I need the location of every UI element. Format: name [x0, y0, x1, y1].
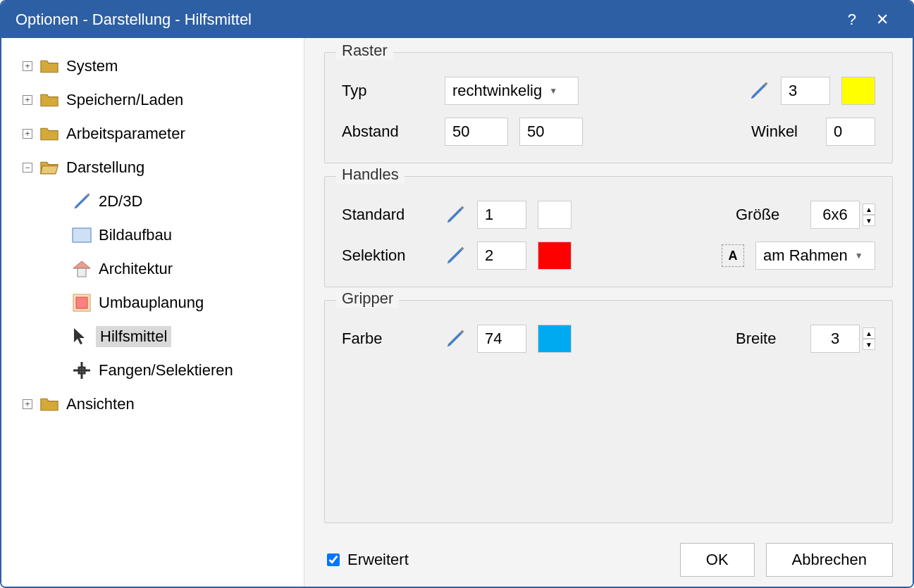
label-standard: Standard	[342, 206, 433, 224]
folder-icon	[39, 396, 59, 412]
combo-value: am Rahmen	[763, 246, 848, 265]
folder-icon	[39, 126, 59, 142]
tree-label: Darstellung	[66, 158, 144, 177]
cursor-icon	[72, 327, 89, 346]
dialog-footer: Erweitert OK Abbrechen	[324, 536, 893, 577]
color-swatch-selektion[interactable]	[538, 242, 572, 270]
abbrechen-button[interactable]: Abbrechen	[766, 543, 893, 577]
pencil-icon	[445, 245, 466, 266]
pencil-icon	[445, 328, 466, 349]
spinner-up[interactable]: ▲	[863, 327, 875, 339]
input-abstand-y[interactable]	[519, 118, 583, 146]
spinner-down[interactable]: ▼	[863, 215, 875, 226]
input-selektion[interactable]	[477, 242, 526, 270]
folder-open-icon	[39, 160, 59, 175]
tree-node-architektur[interactable]: Architektur	[72, 252, 298, 286]
plan-icon	[72, 293, 92, 313]
label-typ: Typ	[342, 82, 433, 100]
tree-label: Fangen/Selektieren	[99, 361, 233, 380]
input-gripper-breite[interactable]	[810, 325, 860, 353]
combo-value: rechtwinkelig	[452, 82, 542, 100]
tree-label: Architektur	[99, 260, 173, 278]
category-tree: + System + Speichern/Laden + Arbeitspara…	[1, 38, 304, 587]
color-swatch-raster[interactable]	[841, 77, 875, 105]
input-gripper-farbe[interactable]	[477, 325, 526, 353]
checkbox-label: Erweitert	[347, 551, 409, 569]
ok-button[interactable]: OK	[680, 543, 755, 577]
tree-label: Bildaufbau	[99, 226, 172, 244]
tree-node-darstellung[interactable]: − Darstellung	[23, 151, 298, 184]
help-button[interactable]: ?	[838, 11, 866, 29]
group-title: Raster	[336, 42, 393, 60]
label-selektion: Selektion	[342, 246, 433, 265]
color-swatch-gripper[interactable]	[538, 325, 572, 353]
svg-rect-3	[76, 297, 87, 308]
input-abstand-x[interactable]	[445, 118, 508, 146]
svg-rect-0	[73, 228, 91, 242]
group-raster: Raster Typ rechtwinkelig ▼ Abstand	[324, 52, 893, 163]
label-abstand: Abstand	[342, 123, 433, 141]
tree-node-2d3d[interactable]: 2D/3D	[72, 184, 298, 218]
chevron-down-icon: ▼	[549, 86, 557, 96]
checkbox-input[interactable]	[327, 553, 340, 566]
chevron-down-icon: ▼	[855, 251, 863, 261]
input-groesse[interactable]	[810, 201, 860, 229]
color-swatch-standard[interactable]	[538, 201, 572, 229]
tree-node-umbauplanung[interactable]: Umbauplanung	[72, 286, 298, 320]
options-dialog: Optionen - Darstellung - Hilfsmittel ? ✕…	[0, 0, 914, 588]
pencil-icon	[72, 192, 92, 211]
close-button[interactable]: ✕	[866, 11, 898, 29]
pencil-icon	[445, 204, 466, 225]
group-title: Gripper	[336, 289, 399, 308]
group-gripper: Gripper Farbe Breite ▲ ▼	[324, 300, 893, 523]
tree-node-fangen[interactable]: Fangen/Selektieren	[72, 354, 298, 387]
input-standard[interactable]	[477, 201, 526, 229]
input-raster-pen[interactable]	[781, 77, 830, 105]
checkbox-erweitert[interactable]: Erweitert	[324, 551, 409, 569]
tree-node-arbeitsparameter[interactable]: + Arbeitsparameter	[23, 117, 298, 151]
pencil-icon	[748, 80, 770, 101]
dialog-body: + System + Speichern/Laden + Arbeitspara…	[1, 38, 913, 587]
tree-node-ansichten[interactable]: + Ansichten	[23, 387, 298, 421]
titlebar: Optionen - Darstellung - Hilfsmittel ? ✕	[1, 1, 913, 38]
tree-node-system[interactable]: + System	[23, 49, 298, 83]
combo-raster-typ[interactable]: rechtwinkelig ▼	[445, 77, 579, 105]
tree-node-speichern[interactable]: + Speichern/Laden	[23, 83, 298, 117]
label-groesse: Größe	[736, 206, 799, 224]
window-title: Optionen - Darstellung - Hilfsmittel	[16, 11, 838, 29]
spinner-up[interactable]: ▲	[863, 204, 875, 215]
label-farbe: Farbe	[342, 330, 433, 348]
input-winkel[interactable]	[826, 118, 875, 146]
expand-icon[interactable]: +	[23, 61, 32, 71]
rect-icon	[72, 227, 92, 243]
tree-label: Speichern/Laden	[66, 91, 183, 109]
settings-panel: Raster Typ rechtwinkelig ▼ Abstand	[304, 38, 913, 587]
tree-label: Umbauplanung	[99, 294, 204, 312]
label-winkel: Winkel	[751, 123, 815, 141]
crosshair-icon	[72, 361, 92, 380]
expand-icon[interactable]: +	[23, 129, 32, 139]
expand-icon[interactable]: +	[23, 95, 32, 105]
tree-label: 2D/3D	[99, 192, 142, 211]
house-icon	[72, 260, 92, 278]
folder-icon	[39, 92, 59, 108]
folder-icon	[39, 58, 59, 74]
group-handles: Handles Standard Größe ▲ ▼	[324, 176, 893, 287]
tree-label: Arbeitsparameter	[66, 125, 185, 143]
tree-node-hilfsmittel[interactable]: Hilfsmittel	[72, 320, 298, 354]
group-title: Handles	[336, 165, 404, 184]
combo-anchor[interactable]: am Rahmen ▼	[755, 242, 875, 270]
spinner-down[interactable]: ▼	[863, 339, 875, 350]
tree-node-bildaufbau[interactable]: Bildaufbau	[72, 218, 298, 252]
tree-label: System	[66, 57, 118, 75]
collapse-icon[interactable]: −	[23, 163, 32, 173]
expand-icon[interactable]: +	[23, 399, 32, 409]
tree-label: Hilfsmittel	[96, 326, 171, 347]
svg-rect-1	[78, 268, 86, 277]
label-breite: Breite	[736, 330, 799, 348]
text-anchor-icon: A	[722, 244, 744, 267]
tree-label: Ansichten	[66, 395, 135, 413]
